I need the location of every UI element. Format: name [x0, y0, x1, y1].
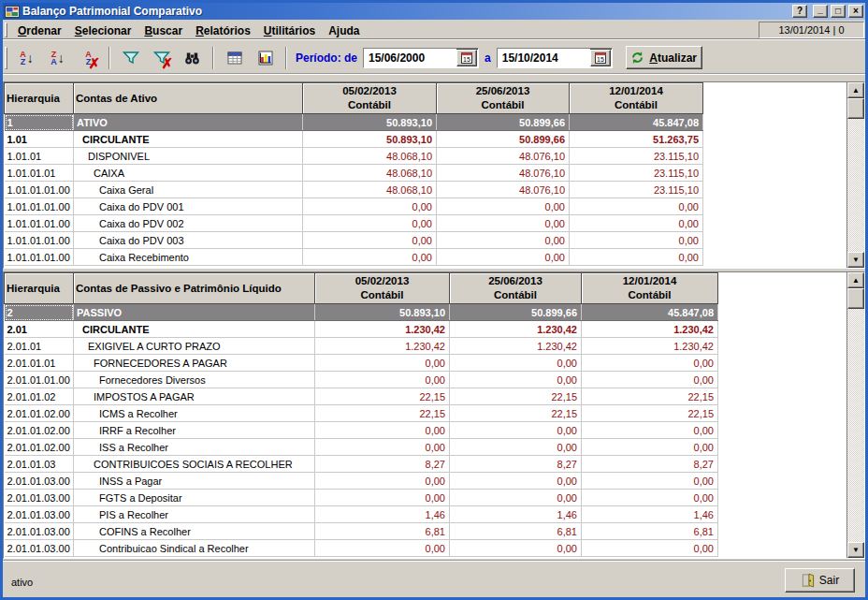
- value-cell[interactable]: 0,00: [582, 540, 718, 557]
- table-row[interactable]: 1.01.01.01CAIXA48.068,1048.076,1023.115,…: [5, 165, 703, 182]
- account-cell[interactable]: IMPOSTOS A PAGAR: [74, 388, 315, 405]
- table-row[interactable]: 1.01.01.01.00Caixa do PDV 0020,000,000,0…: [5, 215, 703, 232]
- value-cell[interactable]: 50.899,66: [437, 131, 570, 148]
- sair-button[interactable]: Sair: [785, 568, 855, 593]
- value-cell[interactable]: 50.899,66: [450, 304, 582, 321]
- account-cell[interactable]: Caixa Recebimento: [74, 249, 303, 266]
- value-cell[interactable]: 0,00: [303, 215, 437, 232]
- value-cell[interactable]: 0,00: [315, 473, 450, 490]
- value-cell[interactable]: 8,27: [315, 456, 450, 473]
- column-header-hierarquia[interactable]: Hierarquia: [5, 273, 74, 304]
- scroll-down-button[interactable]: ▼: [847, 252, 864, 268]
- scroll-up-button[interactable]: ▲: [847, 82, 864, 98]
- value-cell[interactable]: 50.893,10: [315, 304, 450, 321]
- table-row[interactable]: 2PASSIVO50.893,1050.899,6645.847,08: [5, 304, 718, 321]
- account-cell[interactable]: EXIGIVEL A CURTO PRAZO: [74, 338, 315, 355]
- value-cell[interactable]: 51.263,75: [570, 131, 703, 148]
- hierarchy-cell[interactable]: 2.01.01.03.00: [5, 540, 74, 557]
- menu-item-selecionar[interactable]: Selecionar: [68, 22, 138, 40]
- value-cell[interactable]: 0,00: [437, 232, 570, 249]
- table-row[interactable]: 2.01.01.03CONTRIBUICOES SOCIAIS A RECOLH…: [5, 456, 718, 473]
- filter-clear-button[interactable]: ✗: [146, 45, 177, 71]
- account-cell[interactable]: PIS a Recolher: [74, 506, 315, 523]
- table-row[interactable]: 2.01.01.03.00INSS a Pagar0,000,000,00: [5, 473, 718, 490]
- account-cell[interactable]: CAIXA: [74, 165, 303, 182]
- value-cell[interactable]: 1,46: [450, 506, 582, 523]
- hierarchy-cell[interactable]: 2.01.01.03.00: [5, 506, 74, 523]
- column-header-period[interactable]: 05/02/2013Contábil: [303, 83, 437, 114]
- column-header-period[interactable]: 25/06/2013Contábil: [450, 273, 582, 304]
- hierarchy-cell[interactable]: 1.01.01.01: [5, 165, 74, 182]
- value-cell[interactable]: 22,15: [582, 405, 718, 422]
- value-cell[interactable]: 0,00: [450, 490, 582, 506]
- value-cell[interactable]: 0,00: [315, 490, 450, 506]
- value-cell[interactable]: 1.230,42: [582, 321, 718, 338]
- table-row[interactable]: 1.01.01.01.00Caixa do PDV 0030,000,000,0…: [5, 232, 703, 249]
- column-header-period[interactable]: 12/01/2014Contábil: [570, 83, 703, 114]
- table-row[interactable]: 2.01.01.02.00ICMS a Recolher22,1522,1522…: [5, 405, 718, 422]
- chart-view-button[interactable]: [250, 45, 281, 71]
- sort-descending-button[interactable]: ZA↓: [42, 45, 73, 71]
- table-row[interactable]: 1.01CIRCULANTE50.893,1050.899,6651.263,7…: [5, 131, 703, 148]
- table-row[interactable]: 1ATIVO50.893,1050.899,6645.847,08: [5, 114, 703, 131]
- account-cell[interactable]: Caixa Geral: [74, 182, 303, 198]
- value-cell[interactable]: 45.847,08: [582, 304, 718, 321]
- hierarchy-cell[interactable]: 1.01.01.01.00: [5, 249, 74, 266]
- hierarchy-cell[interactable]: 2.01.01.02.00: [5, 422, 74, 439]
- value-cell[interactable]: 1.230,42: [450, 338, 582, 355]
- hierarchy-cell[interactable]: 1.01.01.01.00: [5, 182, 74, 198]
- menu-item-utilitarios[interactable]: Utilitários: [257, 22, 322, 40]
- hierarchy-cell[interactable]: 2.01.01.01: [5, 355, 74, 372]
- hierarchy-cell[interactable]: 1: [5, 114, 74, 131]
- hierarchy-cell[interactable]: 1.01.01: [5, 148, 74, 165]
- value-cell[interactable]: 0,00: [450, 540, 582, 557]
- value-cell[interactable]: 0,00: [303, 249, 437, 266]
- value-cell[interactable]: 48.068,10: [303, 148, 437, 165]
- column-header-period[interactable]: 12/01/2014Contábil: [582, 273, 718, 304]
- table-row[interactable]: 2.01.01.03.00PIS a Recolher1,461,461,46: [5, 506, 718, 523]
- hierarchy-cell[interactable]: 1.01: [5, 131, 74, 148]
- hierarchy-cell[interactable]: 1.01.01.01.00: [5, 215, 74, 232]
- column-header-account[interactable]: Contas de Ativo: [74, 83, 303, 114]
- value-cell[interactable]: 1.230,42: [450, 321, 582, 338]
- hierarchy-cell[interactable]: 2.01.01.02.00: [5, 439, 74, 456]
- scroll-track[interactable]: [847, 119, 864, 252]
- hierarchy-cell[interactable]: 1.01.01.01.00: [5, 198, 74, 215]
- menu-item-buscar[interactable]: Buscar: [137, 22, 189, 40]
- hierarchy-cell[interactable]: 2.01.01.03.00: [5, 490, 74, 506]
- value-cell[interactable]: 0,00: [582, 439, 718, 456]
- value-cell[interactable]: 0,00: [582, 422, 718, 439]
- hierarchy-cell[interactable]: 2.01.01: [5, 338, 74, 355]
- toolbar-grip[interactable]: [5, 47, 7, 69]
- value-cell[interactable]: 1.230,42: [315, 338, 450, 355]
- value-cell[interactable]: 50.893,10: [303, 114, 437, 131]
- account-cell[interactable]: FORNECEDORES A PAGAR: [74, 355, 315, 372]
- table-row[interactable]: 1.01.01.01.00Caixa Recebimento0,000,000,…: [5, 249, 703, 266]
- account-cell[interactable]: CIRCULANTE: [74, 321, 315, 338]
- value-cell[interactable]: 0,00: [450, 473, 582, 490]
- account-cell[interactable]: CONTRIBUICOES SOCIAIS A RECOLHER: [74, 456, 315, 473]
- column-header-account[interactable]: Contas de Passivo e Patrimônio Líquido: [74, 273, 315, 304]
- help-button[interactable]: ?: [792, 5, 807, 18]
- column-header-period[interactable]: 25/06/2013Contábil: [437, 83, 570, 114]
- value-cell[interactable]: 0,00: [582, 372, 718, 388]
- scroll-down-button[interactable]: ▼: [847, 542, 864, 558]
- value-cell[interactable]: 23.115,10: [570, 182, 703, 198]
- value-cell[interactable]: 48.068,10: [303, 165, 437, 182]
- hierarchy-cell[interactable]: 2.01: [5, 321, 74, 338]
- value-cell[interactable]: 0,00: [303, 198, 437, 215]
- column-header-period[interactable]: 05/02/2013Contábil: [315, 273, 450, 304]
- find-button[interactable]: [177, 45, 208, 71]
- value-cell[interactable]: 1.230,42: [315, 321, 450, 338]
- value-cell[interactable]: 0,00: [450, 422, 582, 439]
- account-cell[interactable]: Fornecedores Diversos: [74, 372, 315, 388]
- minimize-button[interactable]: _: [813, 5, 828, 18]
- table-row[interactable]: 1.01.01.01.00Caixa do PDV 0010,000,000,0…: [5, 198, 703, 215]
- table-row[interactable]: 1.01.01.01.00Caixa Geral48.068,1048.076,…: [5, 182, 703, 198]
- value-cell[interactable]: 6,81: [315, 523, 450, 540]
- period-to-input[interactable]: [498, 49, 590, 67]
- table-row[interactable]: 2.01.01.03.00Contribuicao Sindical a Rec…: [5, 540, 718, 557]
- table-row[interactable]: 2.01.01.01FORNECEDORES A PAGAR0,000,000,…: [5, 355, 718, 372]
- value-cell[interactable]: 8,27: [582, 456, 718, 473]
- value-cell[interactable]: 48.068,10: [303, 182, 437, 198]
